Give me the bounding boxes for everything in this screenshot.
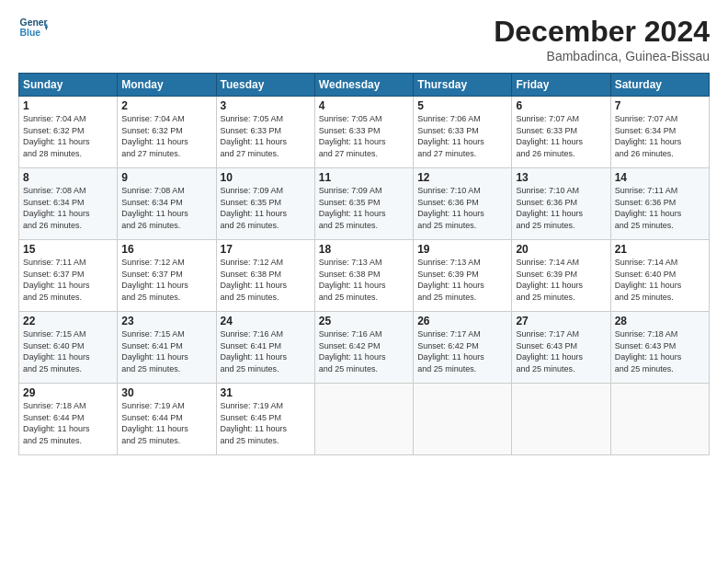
table-row: 4Sunrise: 7:05 AMSunset: 6:33 PMDaylight… [314,97,413,168]
col-wednesday: Wednesday [314,74,413,97]
table-row: 31Sunrise: 7:19 AMSunset: 6:45 PMDayligh… [216,384,314,455]
header: General Blue December 2024 Bambadinca, G… [18,15,710,63]
table-row: 25Sunrise: 7:16 AMSunset: 6:42 PMDayligh… [314,312,413,384]
table-row: 1Sunrise: 7:04 AMSunset: 6:32 PMDaylight… [19,97,118,168]
col-friday: Friday [512,74,610,97]
table-row: 10Sunrise: 7:09 AMSunset: 6:35 PMDayligh… [216,168,314,240]
col-thursday: Thursday [414,74,512,97]
table-row [610,384,709,455]
table-row: 3Sunrise: 7:05 AMSunset: 6:33 PMDaylight… [216,97,314,168]
table-row: 27Sunrise: 7:17 AMSunset: 6:43 PMDayligh… [512,312,610,384]
table-row: 19Sunrise: 7:13 AMSunset: 6:39 PMDayligh… [414,240,512,312]
logo: General Blue [18,15,48,40]
col-sunday: Sunday [19,74,118,97]
table-row: 9Sunrise: 7:08 AMSunset: 6:34 PMDaylight… [118,168,216,240]
svg-marker-3 [45,26,48,30]
calendar: Sunday Monday Tuesday Wednesday Thursday… [18,73,710,455]
page: General Blue December 2024 Bambadinca, G… [0,0,728,563]
table-row: 8Sunrise: 7:08 AMSunset: 6:34 PMDaylight… [19,168,118,240]
table-row: 13Sunrise: 7:10 AMSunset: 6:36 PMDayligh… [512,168,610,240]
logo-icon: General Blue [18,15,48,40]
table-row: 17Sunrise: 7:12 AMSunset: 6:38 PMDayligh… [216,240,314,312]
table-row: 18Sunrise: 7:13 AMSunset: 6:38 PMDayligh… [314,240,413,312]
table-row: 24Sunrise: 7:16 AMSunset: 6:41 PMDayligh… [216,312,314,384]
table-row: 30Sunrise: 7:19 AMSunset: 6:44 PMDayligh… [118,384,216,455]
table-row: 7Sunrise: 7:07 AMSunset: 6:34 PMDaylight… [610,97,709,168]
table-row: 11Sunrise: 7:09 AMSunset: 6:35 PMDayligh… [314,168,413,240]
location: Bambadinca, Guinea-Bissau [494,49,710,63]
table-row: 15Sunrise: 7:11 AMSunset: 6:37 PMDayligh… [19,240,118,312]
table-row: 26Sunrise: 7:17 AMSunset: 6:42 PMDayligh… [414,312,512,384]
table-row: 29Sunrise: 7:18 AMSunset: 6:44 PMDayligh… [19,384,118,455]
table-row: 14Sunrise: 7:11 AMSunset: 6:36 PMDayligh… [610,168,709,240]
table-row [414,384,512,455]
table-row: 20Sunrise: 7:14 AMSunset: 6:39 PMDayligh… [512,240,610,312]
svg-text:Blue: Blue [20,28,41,38]
table-row [512,384,610,455]
table-row: 12Sunrise: 7:10 AMSunset: 6:36 PMDayligh… [414,168,512,240]
table-row: 16Sunrise: 7:12 AMSunset: 6:37 PMDayligh… [118,240,216,312]
table-row: 5Sunrise: 7:06 AMSunset: 6:33 PMDaylight… [414,97,512,168]
month-title: December 2024 [494,15,710,49]
table-row: 28Sunrise: 7:18 AMSunset: 6:43 PMDayligh… [610,312,709,384]
table-row: 22Sunrise: 7:15 AMSunset: 6:40 PMDayligh… [19,312,118,384]
table-row: 21Sunrise: 7:14 AMSunset: 6:40 PMDayligh… [610,240,709,312]
col-monday: Monday [118,74,216,97]
calendar-header-row: Sunday Monday Tuesday Wednesday Thursday… [19,74,710,97]
table-row: 6Sunrise: 7:07 AMSunset: 6:33 PMDaylight… [512,97,610,168]
col-saturday: Saturday [610,74,709,97]
table-row: 23Sunrise: 7:15 AMSunset: 6:41 PMDayligh… [118,312,216,384]
table-row: 2Sunrise: 7:04 AMSunset: 6:32 PMDaylight… [118,97,216,168]
col-tuesday: Tuesday [216,74,314,97]
title-area: December 2024 Bambadinca, Guinea-Bissau [494,15,710,63]
svg-text:General: General [20,17,48,28]
table-row [314,384,413,455]
